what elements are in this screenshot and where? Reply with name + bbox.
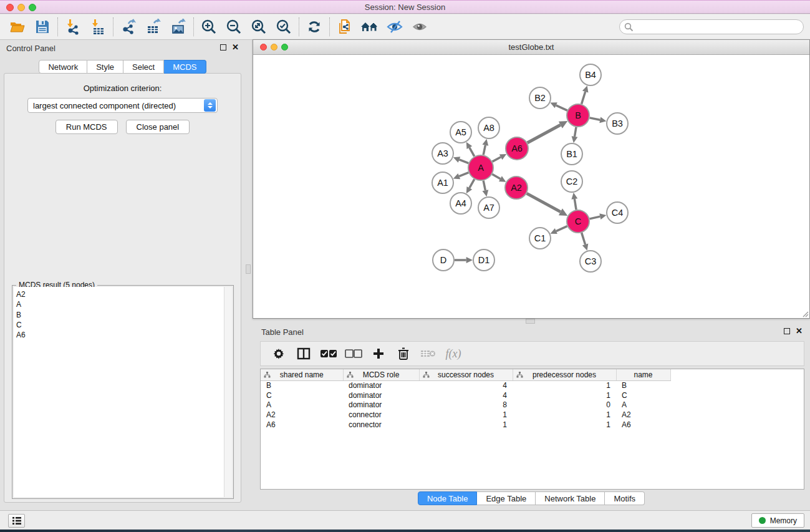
graph-edge-B-B3[interactable] [590,118,600,120]
refresh-icon[interactable] [302,17,327,37]
graph-edge-A-A1[interactable] [459,173,468,177]
result-item[interactable]: A2 [16,289,232,299]
search-input[interactable] [634,22,803,31]
table-row[interactable]: Bdominator41B [261,380,803,390]
add-column-icon[interactable] [369,345,388,362]
graph-edge-A-A5[interactable] [470,148,475,157]
column-header-shared-name[interactable]: shared name [261,369,343,380]
table-cell[interactable]: dominator [343,380,419,390]
table-cell[interactable]: C [261,390,343,400]
export-network-icon[interactable] [116,17,141,37]
column-mode-icon[interactable] [294,345,313,362]
mcds-result-list[interactable]: A2ABCA6 [14,287,232,497]
table-cell[interactable]: B [261,380,343,390]
zoom-fit-icon[interactable] [246,17,271,37]
graph-edge-B-B4[interactable] [582,92,586,104]
network-canvas[interactable]: AA2A6BCA1A3A4A5A7A8B1B2B3B4C1C2C3C4DD1 [253,55,809,318]
tab-network-table[interactable]: Network Table [536,491,605,505]
table-cell[interactable]: A6 [261,420,343,430]
open-file-icon[interactable] [5,17,30,37]
tab-style[interactable]: Style [87,60,123,74]
graph-edge-A2-C[interactable] [527,193,561,212]
select-all-icon[interactable] [319,345,338,362]
graph-edge-A6-B[interactable] [528,125,561,143]
table-cell[interactable]: 4 [419,380,513,390]
table-cell[interactable]: connector [343,410,419,420]
table-cell[interactable]: 1 [513,420,616,430]
run-mcds-button[interactable]: Run MCDS [55,120,118,134]
import-table-icon[interactable] [85,17,110,37]
table-row[interactable]: Cdominator41C [261,390,803,400]
result-item[interactable]: A6 [16,330,232,340]
zoom-in-icon[interactable] [196,17,221,37]
hide-eye-icon[interactable] [382,17,407,37]
task-history-button[interactable] [8,514,25,528]
table-cell[interactable]: dominator [343,400,419,410]
export-image-icon[interactable] [166,17,191,37]
table-cell[interactable]: A [261,400,343,410]
memory-button[interactable]: Memory [751,513,804,528]
network-window-titlebar[interactable]: testGlobe.txt [253,40,809,55]
table-cell[interactable]: 4 [419,390,513,400]
export-table-icon[interactable] [141,17,166,37]
tab-network[interactable]: Network [39,60,87,74]
table-cell[interactable]: 1 [513,410,616,420]
table-cell[interactable]: 1 [419,410,513,420]
tab-select[interactable]: Select [123,60,164,74]
result-item[interactable]: C [16,320,232,330]
criterion-dropdown[interactable]: largest connected component (directed) [27,98,218,113]
tab-edge-table[interactable]: Edge Table [477,491,536,505]
table-cell[interactable]: dominator [343,390,419,400]
close-table-panel-icon[interactable]: ✕ [796,328,803,334]
table-cell[interactable]: A6 [616,420,670,430]
close-panel-button[interactable]: Close panel [126,120,190,134]
vertical-splitter-handle[interactable] [246,264,251,274]
column-header-predecessor-nodes[interactable]: predecessor nodes [513,369,616,380]
graph-edge-A-A4[interactable] [470,179,475,188]
graph-edge-C-C4[interactable] [590,216,600,219]
deselect-all-icon[interactable] [344,345,363,362]
horizontal-splitter-handle[interactable] [526,319,535,324]
table-cell[interactable]: A2 [616,410,670,420]
table-row[interactable]: A6connector11A6 [261,420,803,430]
show-eye-icon[interactable] [407,17,432,37]
table-cell[interactable]: C [616,390,670,400]
table-cell[interactable]: A [616,400,670,410]
table-cell[interactable]: 1 [419,420,513,430]
tab-node-table[interactable]: Node Table [418,491,478,505]
table-cell[interactable]: A2 [261,410,343,420]
graph-edge-A-A8[interactable] [483,145,485,155]
table-cell[interactable]: 8 [419,400,513,410]
column-header-MCDS-role[interactable]: MCDS role [343,369,419,380]
graph-edge-A-A7[interactable] [483,181,485,191]
network-graph[interactable]: AA2A6BCA1A3A4A5A7A8B1B2B3B4C1C2C3C4DD1 [253,55,809,318]
home-icon[interactable] [357,17,382,37]
tab-mcds[interactable]: MCDS [164,60,206,74]
resize-grip-icon[interactable] [801,309,809,317]
tab-motifs[interactable]: Motifs [605,491,645,505]
search-field[interactable] [619,19,804,34]
result-item[interactable]: B [16,310,232,320]
graph-edge-B-B1[interactable] [575,127,576,137]
result-item[interactable]: A [16,299,232,309]
zoom-out-icon[interactable] [221,17,246,37]
close-panel-icon[interactable]: ✕ [232,44,239,51]
graph-edge-A-A2[interactable] [492,174,500,178]
graph-edge-C-C2[interactable] [574,199,576,210]
table-cell[interactable]: connector [343,420,419,430]
float-table-panel-icon[interactable] [784,328,790,334]
delete-table-icon[interactable] [419,345,438,362]
delete-icon[interactable] [394,345,413,362]
graph-edge-C-C1[interactable] [556,226,567,231]
table-cell[interactable]: B [616,380,670,390]
graph-edge-A-A6[interactable] [493,157,501,162]
list-scrollbar[interactable] [224,287,232,497]
table-cell[interactable]: 1 [513,390,616,400]
column-header-name[interactable]: name [616,369,670,380]
function-builder-icon[interactable]: f(x) [444,345,463,362]
float-panel-icon[interactable] [220,44,226,51]
graph-edge-B-B2[interactable] [556,105,567,110]
save-session-icon[interactable] [30,17,55,37]
table-row[interactable]: Adominator80A [261,400,803,410]
zoom-selected-icon[interactable] [271,17,296,37]
